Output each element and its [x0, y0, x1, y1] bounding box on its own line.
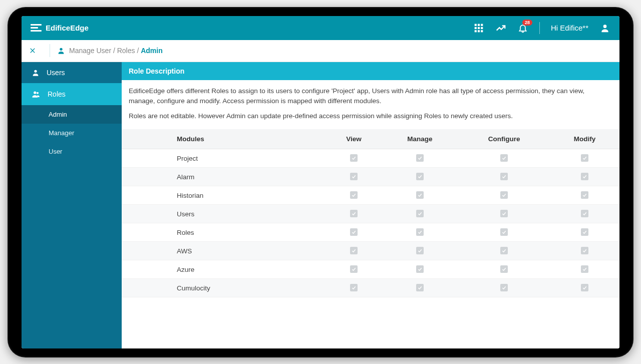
- checkbox-checked-icon[interactable]: [581, 210, 588, 217]
- sidebar-item-label: Roles: [48, 90, 66, 98]
- checkbox-checked-icon[interactable]: [416, 210, 424, 217]
- topbar-actions: 28 Hi Edifice**: [473, 22, 610, 34]
- svg-rect-5: [481, 27, 483, 29]
- svg-rect-2: [481, 24, 483, 26]
- chart-line-icon[interactable]: [495, 23, 506, 34]
- module-name: AWS: [122, 242, 326, 260]
- close-icon[interactable]: [29, 47, 43, 55]
- checkbox-checked-icon[interactable]: [581, 247, 588, 254]
- svg-point-12: [34, 91, 36, 94]
- checkbox-checked-icon[interactable]: [416, 247, 424, 254]
- table-header: Modify: [550, 129, 619, 149]
- svg-point-9: [603, 25, 607, 28]
- checkbox-checked-icon[interactable]: [500, 173, 508, 180]
- checkbox-checked-icon[interactable]: [350, 154, 358, 162]
- checkbox-checked-icon[interactable]: [416, 191, 424, 199]
- checkbox-checked-icon[interactable]: [350, 191, 358, 199]
- table-row: Historian: [122, 186, 619, 205]
- perm-manage: [382, 223, 459, 242]
- sidebar-subitem-manager[interactable]: Manager: [22, 124, 122, 142]
- perm-configure: [458, 205, 550, 223]
- brand-name: EdificeEdge: [46, 24, 89, 32]
- sidebar-item-roles[interactable]: Roles: [22, 83, 122, 105]
- svg-rect-7: [478, 30, 480, 32]
- svg-rect-0: [475, 24, 477, 26]
- checkbox-checked-icon[interactable]: [350, 228, 358, 236]
- perm-configure: [458, 223, 550, 242]
- checkbox-checked-icon[interactable]: [581, 154, 588, 162]
- sidebar-item-users[interactable]: Users: [22, 62, 122, 83]
- checkbox-checked-icon[interactable]: [350, 210, 358, 217]
- perm-configure: [458, 186, 550, 205]
- table-row: Roles: [122, 223, 619, 242]
- perm-view: [326, 223, 381, 242]
- tablet-frame: EdificeEdge 28 Hi Edifice**: [8, 7, 633, 357]
- checkbox-checked-icon[interactable]: [416, 284, 424, 291]
- table-header: Manage: [382, 129, 459, 149]
- panel-description: EdificeEdge offers different Roles to as…: [122, 80, 619, 130]
- greeting-text: Hi Edifice**: [551, 24, 588, 32]
- checkbox-checked-icon[interactable]: [581, 173, 588, 180]
- app-screen: EdificeEdge 28 Hi Edifice**: [22, 16, 619, 348]
- brand[interactable]: EdificeEdge: [31, 23, 89, 34]
- checkbox-checked-icon[interactable]: [500, 265, 508, 273]
- perm-manage: [382, 186, 459, 205]
- body: UsersRolesAdminManagerUser Role Descript…: [22, 62, 619, 348]
- svg-point-10: [60, 48, 62, 51]
- checkbox-checked-icon[interactable]: [350, 247, 358, 254]
- apps-grid-icon[interactable]: [473, 23, 484, 34]
- breadcrumb-bar: Manage User / Roles / Admin: [22, 40, 619, 62]
- sidebar-subitem-admin[interactable]: Admin: [22, 105, 122, 124]
- perm-modify: [550, 205, 619, 223]
- checkbox-checked-icon[interactable]: [416, 154, 424, 162]
- checkbox-checked-icon[interactable]: [416, 173, 424, 180]
- checkbox-checked-icon[interactable]: [581, 265, 588, 273]
- checkbox-checked-icon[interactable]: [581, 284, 588, 291]
- checkbox-checked-icon[interactable]: [416, 265, 424, 273]
- svg-rect-4: [478, 27, 480, 29]
- breadcrumb-segment[interactable]: Roles: [117, 47, 135, 55]
- checkbox-checked-icon[interactable]: [500, 284, 508, 291]
- table-row: Cumulocity: [122, 279, 619, 297]
- checkbox-checked-icon[interactable]: [500, 210, 508, 217]
- module-name: Azure: [122, 260, 326, 279]
- module-name: Project: [122, 149, 326, 168]
- sidebar: UsersRolesAdminManagerUser: [22, 62, 122, 348]
- svg-rect-8: [481, 30, 483, 32]
- table-header: Configure: [458, 129, 550, 149]
- svg-rect-6: [475, 30, 477, 32]
- perm-view: [326, 186, 381, 205]
- content-area: Role Description EdificeEdge offers diff…: [122, 62, 619, 348]
- perm-modify: [550, 242, 619, 260]
- checkbox-checked-icon[interactable]: [581, 228, 588, 236]
- checkbox-checked-icon[interactable]: [350, 284, 358, 291]
- divider: [539, 22, 540, 34]
- svg-rect-1: [478, 24, 480, 26]
- permissions-table: ModulesViewManageConfigureModify Project…: [122, 129, 619, 297]
- checkbox-checked-icon[interactable]: [500, 228, 508, 236]
- users-icon: [32, 90, 41, 99]
- perm-view: [326, 149, 381, 168]
- checkbox-checked-icon[interactable]: [416, 228, 424, 236]
- checkbox-checked-icon[interactable]: [581, 191, 588, 199]
- perm-modify: [550, 279, 619, 297]
- checkbox-checked-icon[interactable]: [350, 173, 358, 180]
- bell-icon[interactable]: 28: [517, 23, 528, 34]
- checkbox-checked-icon[interactable]: [500, 154, 508, 162]
- svg-point-11: [34, 70, 37, 72]
- sidebar-subitem-user[interactable]: User: [22, 142, 122, 161]
- perm-modify: [550, 260, 619, 279]
- checkbox-checked-icon[interactable]: [500, 247, 508, 254]
- table-row: Azure: [122, 260, 619, 279]
- breadcrumb-segment[interactable]: Manage User: [69, 47, 111, 55]
- perm-manage: [382, 149, 459, 168]
- perm-manage: [382, 260, 459, 279]
- perm-configure: [458, 168, 550, 186]
- checkbox-checked-icon[interactable]: [500, 191, 508, 199]
- user-avatar-icon[interactable]: [599, 23, 610, 34]
- perm-modify: [550, 223, 619, 242]
- svg-rect-3: [475, 27, 477, 29]
- table-row: AWS: [122, 242, 619, 260]
- sidebar-item-label: Users: [47, 69, 65, 77]
- checkbox-checked-icon[interactable]: [350, 265, 358, 273]
